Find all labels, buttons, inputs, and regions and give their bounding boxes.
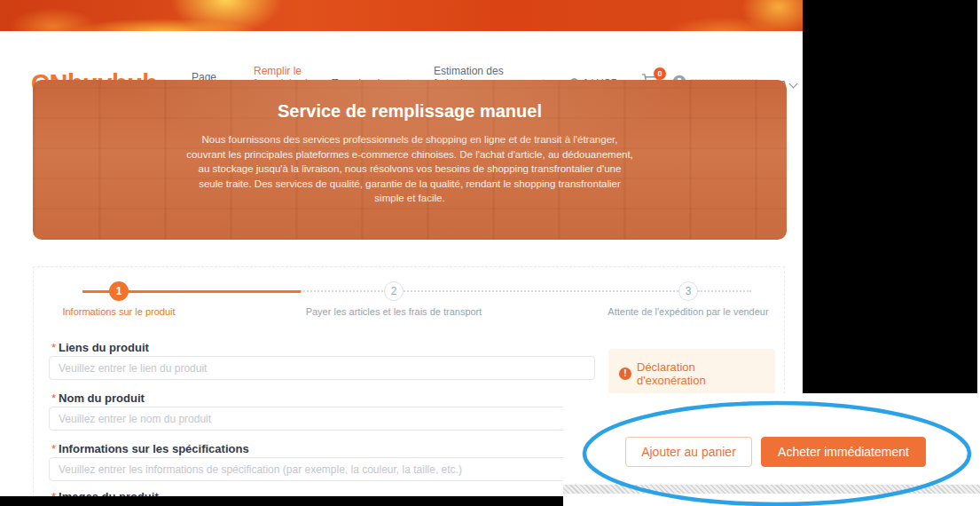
product-name-input[interactable] [49, 407, 595, 431]
decorative-header-banner [0, 0, 803, 31]
hero-description: Nous fournissons des services profession… [186, 132, 634, 206]
chevron-down-icon [789, 79, 798, 88]
step-1-indicator: 1 [109, 281, 129, 301]
add-to-cart-button[interactable]: Ajouter au panier [625, 437, 752, 467]
hero-title: Service de remplissage manuel [33, 101, 787, 122]
specifications-label: *Informations sur les spécifications [51, 442, 249, 455]
label-text: Informations sur les spécifications [59, 442, 249, 455]
step-2-label: Payer les articles et les frais de trans… [287, 306, 500, 317]
notice-header: ! Déclaration d'exonération [619, 360, 764, 387]
label-text: Nom du produit [59, 391, 145, 405]
required-mark: * [51, 341, 56, 354]
step-3-indicator: 3 [678, 281, 698, 301]
product-name-label: *Nom du produit [51, 391, 145, 405]
specifications-input[interactable] [49, 457, 595, 481]
top-navigation: CNbuyhub Page d'accueil Remplir le formu… [0, 31, 803, 80]
notice-title: Déclaration d'exonération [637, 360, 764, 387]
warning-icon: ! [619, 368, 631, 380]
page: CNbuyhub Page d'accueil Remplir le formu… [0, 0, 980, 506]
divider-hatch-strip [563, 485, 980, 494]
product-link-label: *Liens du produit [51, 341, 149, 354]
stepper-line [404, 290, 678, 292]
buy-now-button[interactable]: Acheter immédiatement [761, 437, 926, 467]
product-link-input[interactable] [49, 356, 595, 380]
black-mask-right [803, 0, 977, 393]
cart-count-badge: 0 [654, 67, 666, 80]
label-text: Liens du produit [59, 341, 149, 354]
step-3-label: Attente de l'expédition par le vendeur [582, 306, 795, 317]
stepper-line [301, 290, 393, 292]
action-buttons-fragment: Ajouter au panier Acheter immédiatement [563, 393, 980, 506]
step-1-label: Informations sur le produit [48, 306, 190, 317]
required-mark: * [51, 391, 56, 405]
required-mark: * [51, 442, 56, 455]
hero-banner: Service de remplissage manuel Nous fourn… [33, 80, 787, 240]
stepper-line [698, 290, 751, 292]
step-2-indicator: 2 [384, 281, 404, 301]
